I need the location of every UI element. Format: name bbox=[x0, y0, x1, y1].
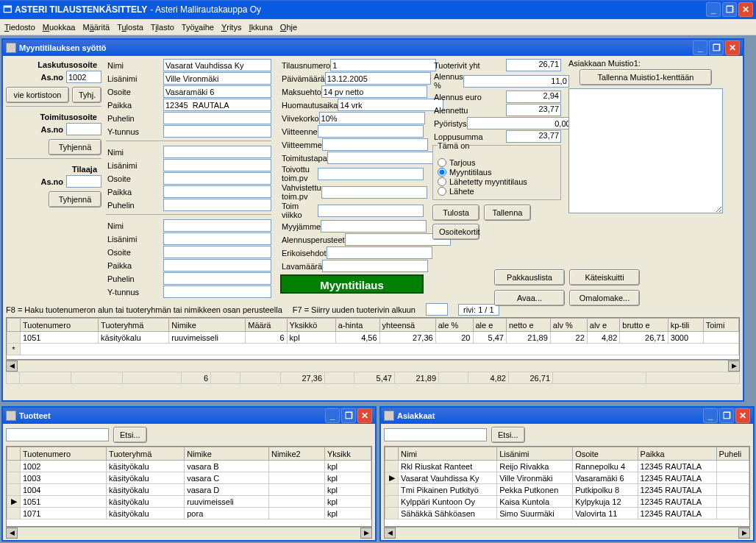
viitteenne-input[interactable] bbox=[318, 125, 424, 138]
table-row[interactable]: ▶Vasarat Vauhdissa KyVille VironmäkiVasa… bbox=[385, 472, 749, 484]
alennuspros-input[interactable] bbox=[463, 75, 569, 88]
radio-tarjous[interactable] bbox=[438, 158, 446, 167]
nimi-input[interactable] bbox=[163, 59, 271, 71]
til-nimi-input[interactable] bbox=[163, 219, 271, 232]
menu-tilasto[interactable]: Tilasto bbox=[151, 23, 174, 32]
toimviikko-input[interactable] bbox=[318, 205, 424, 217]
pyoristys-input[interactable] bbox=[467, 117, 573, 129]
omalomake-button[interactable]: Omalomake... bbox=[569, 290, 640, 306]
tuotteet-grid[interactable]: TuotenumeroTuoteryhmäNimikeNimike2Yksikk… bbox=[6, 446, 372, 527]
puhelin-input[interactable] bbox=[163, 112, 271, 124]
grid-hscrollbar[interactable]: ◀▶ bbox=[6, 360, 740, 372]
asiakkaat-etsi-button[interactable]: Etsi... bbox=[491, 427, 525, 443]
minimize-button[interactable]: _ bbox=[706, 2, 721, 17]
tilaaja-asno-input[interactable] bbox=[66, 175, 101, 188]
menu-tiedosto[interactable]: Tiedosto bbox=[4, 23, 35, 32]
til-puhelin-input[interactable] bbox=[163, 272, 271, 285]
toimitustapa-input[interactable] bbox=[327, 152, 433, 164]
radio-myyntitilaus[interactable] bbox=[438, 168, 446, 177]
tuotteet-maximize[interactable]: ❐ bbox=[341, 408, 356, 423]
asiakkaat-search-input[interactable] bbox=[384, 428, 487, 441]
lavamaara-input[interactable] bbox=[322, 260, 428, 272]
myyjamme-input[interactable] bbox=[321, 220, 427, 233]
tallenna-button[interactable]: Tallenna bbox=[484, 205, 531, 221]
huomautus-input[interactable] bbox=[338, 99, 443, 111]
asiakkaat-grid[interactable]: NimiLisänimiOsoitePaikkaPuheliRkl Riuska… bbox=[384, 446, 750, 527]
menu-yritys[interactable]: Yritys bbox=[221, 23, 242, 32]
til-osoite-input[interactable] bbox=[163, 246, 271, 258]
lisanimi-input[interactable] bbox=[163, 72, 271, 85]
menu-ohje[interactable]: Ohje bbox=[280, 23, 297, 32]
tilaaja-tyhjenna-button[interactable]: Tyhjennä bbox=[49, 191, 101, 207]
pakkauslista-button[interactable]: Pakkauslista bbox=[494, 269, 565, 285]
ytunnus-input[interactable] bbox=[163, 125, 271, 138]
table-row[interactable]: Kylppäri Kuntoon OyKaisa KuntolaKylpykuj… bbox=[385, 496, 749, 508]
tuotteet-etsi-button[interactable]: Etsi... bbox=[113, 427, 147, 443]
order-lines-grid[interactable]: TuotenumeroTuoteryhmäNimike MääräYksikkö… bbox=[6, 317, 740, 360]
asiakkaat-minimize[interactable]: _ bbox=[703, 408, 718, 423]
maksuehto-input[interactable] bbox=[321, 85, 427, 98]
menu-muokkaa[interactable]: Muokkaa bbox=[43, 23, 76, 32]
close-button[interactable]: ✕ bbox=[738, 2, 753, 17]
menu-tulosta[interactable]: Tulosta bbox=[117, 23, 143, 32]
tuotteet-close[interactable]: ✕ bbox=[357, 408, 372, 423]
til-paikka-input[interactable] bbox=[163, 259, 271, 272]
table-row[interactable]: ▶1051käsityökaluruuvimeisselikpl bbox=[7, 496, 371, 508]
table-row[interactable]: 1071käsityökaluporakpl bbox=[7, 508, 371, 519]
til-ytunnus-input[interactable] bbox=[163, 285, 271, 298]
tilausnumero-input[interactable] bbox=[330, 59, 436, 71]
mdi-minimize-button[interactable]: _ bbox=[693, 40, 707, 55]
table-row[interactable]: 1004käsityökaluvasara Dkpl bbox=[7, 484, 371, 496]
vahvistettu-input[interactable] bbox=[321, 186, 427, 199]
asiakkaat-hscrollbar[interactable]: ◀▶ bbox=[384, 527, 750, 539]
osoite-input[interactable] bbox=[163, 85, 271, 98]
table-row[interactable]: Sähäkkä SähköasenSimo SuurmäkiValovirta … bbox=[385, 508, 749, 519]
radio-lahete[interactable] bbox=[438, 187, 446, 196]
myyntitilaus-banner[interactable]: Myyntitilaus bbox=[280, 274, 424, 294]
viitteemme-input[interactable] bbox=[322, 138, 428, 151]
order-window-titlebar[interactable]: Myyntitilauksen syöttö _ ❐ ✕ bbox=[3, 40, 743, 56]
asiakkaat-maximize[interactable]: ❐ bbox=[719, 408, 734, 423]
tuotteet-titlebar[interactable]: Tuotteet _ ❐ ✕ bbox=[3, 408, 375, 424]
toim-osoite-input[interactable] bbox=[163, 172, 271, 185]
paikka-input[interactable] bbox=[163, 99, 271, 111]
toim-puhelin-input[interactable] bbox=[163, 199, 271, 211]
kateiskuitti-button[interactable]: Käteiskuitti bbox=[569, 269, 640, 285]
maximize-button[interactable]: ❐ bbox=[722, 2, 737, 17]
menu-ikkuna[interactable]: Ikkuna bbox=[249, 23, 272, 32]
asiakkaat-close[interactable]: ✕ bbox=[735, 408, 750, 423]
toivottu-input[interactable] bbox=[318, 168, 424, 180]
radio-lahetetty[interactable] bbox=[438, 177, 446, 186]
menu-tyovaihe[interactable]: Työvaihe bbox=[182, 23, 214, 32]
grid-new-row[interactable]: * bbox=[7, 344, 739, 355]
tuotteet-hscrollbar[interactable]: ◀▶ bbox=[6, 527, 372, 539]
asiakkaat-titlebar[interactable]: Asiakkaat _ ❐ ✕ bbox=[381, 408, 753, 424]
tuotteet-search-input[interactable] bbox=[6, 428, 109, 441]
tuotteet-minimize[interactable]: _ bbox=[325, 408, 340, 423]
menu-maarita[interactable]: Määritä bbox=[82, 23, 110, 32]
tallenna-muistio-button[interactable]: Tallenna Muistio1-kenttään bbox=[580, 69, 712, 85]
tulosta-button[interactable]: Tulosta bbox=[432, 205, 479, 221]
tyhj-button[interactable]: Tyhj. bbox=[72, 87, 101, 103]
table-row[interactable]: 1003käsityökaluvasara Ckpl bbox=[7, 472, 371, 484]
toim-nimi-input[interactable] bbox=[163, 146, 271, 158]
avaa-button[interactable]: Avaa... bbox=[494, 290, 565, 306]
toimitus-asno-input[interactable] bbox=[66, 123, 101, 135]
osoitekortit-button[interactable]: Osoitekortit bbox=[432, 224, 479, 240]
hint-empty-input[interactable] bbox=[426, 303, 448, 316]
vie-kortistoon-button[interactable]: vie kortistoon bbox=[6, 87, 69, 103]
toim-lisanimi-input[interactable] bbox=[163, 159, 271, 171]
grid-data-row[interactable]: 1051käsityökaluruuvimeisseli 6kpl 4,5627… bbox=[7, 332, 739, 344]
table-row[interactable]: Tmi Pikainen PutkityöPekka PutkonenPutki… bbox=[385, 484, 749, 496]
viivekorko-input[interactable] bbox=[319, 112, 425, 124]
erikoisehdot-input[interactable] bbox=[327, 246, 432, 259]
paivamaara-input[interactable] bbox=[325, 72, 431, 85]
toimitus-tyhjenna-button[interactable]: Tyhjennä bbox=[49, 139, 101, 155]
table-row[interactable]: Rkl Riuskat RanteetReijo RivakkaRannepol… bbox=[385, 461, 749, 472]
toim-paikka-input[interactable] bbox=[163, 185, 271, 198]
muistio-textarea[interactable] bbox=[568, 88, 723, 213]
laskutus-asno-input[interactable] bbox=[66, 71, 101, 83]
table-row[interactable]: 1002käsityökaluvasara Bkpl bbox=[7, 461, 371, 472]
til-lisanimi-input[interactable] bbox=[163, 233, 271, 245]
mdi-close-button[interactable]: ✕ bbox=[725, 40, 740, 55]
